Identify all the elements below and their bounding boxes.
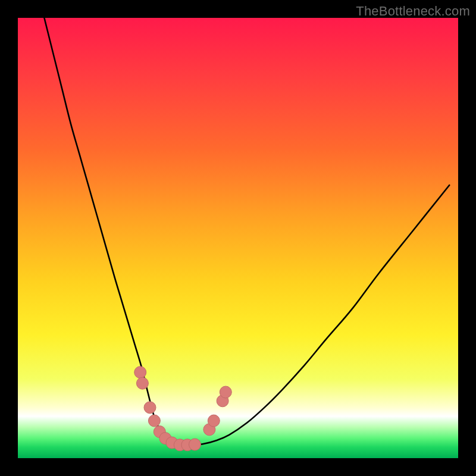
data-marker [136, 377, 148, 389]
watermark-text: TheBottleneck.com [356, 4, 470, 19]
curve-layer [18, 18, 458, 458]
data-marker [144, 402, 156, 414]
marker-group [134, 367, 232, 451]
data-marker [189, 439, 201, 450]
plot-area [18, 18, 458, 458]
data-marker [208, 415, 220, 427]
data-marker [220, 386, 231, 398]
bottleneck-curve [44, 18, 449, 445]
data-marker [148, 415, 160, 427]
chart-frame: TheBottleneck.com [0, 0, 476, 476]
data-marker [134, 367, 146, 378]
